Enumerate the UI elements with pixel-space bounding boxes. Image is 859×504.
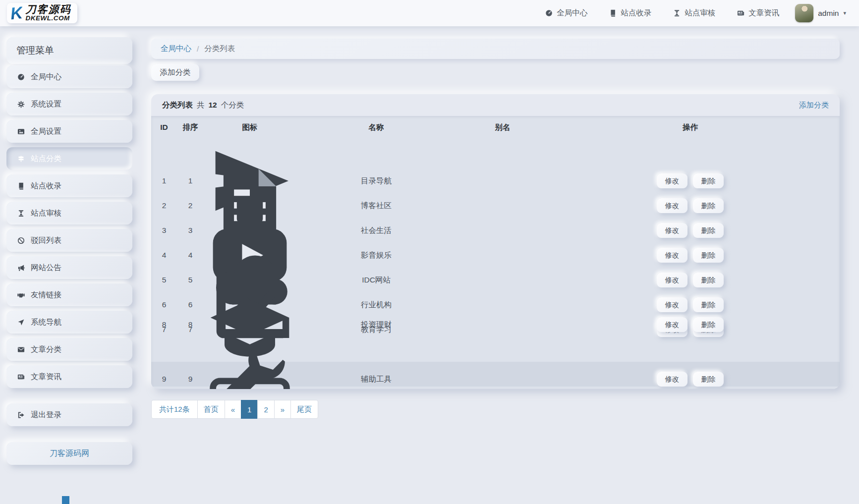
cell-name: 投资理财 [292,320,460,330]
row-actions: 修改删除 [545,173,836,188]
cell-id: 6 [155,300,173,309]
delete-button[interactable]: 删除 [693,273,724,287]
sidebar-item-label: 文章资讯 [31,372,61,382]
sidebar-item-label: 站点收录 [31,181,61,191]
delete-button[interactable]: 删除 [693,248,724,263]
delete-button[interactable]: 删除 [693,223,724,238]
sidebar-item-rejected-list[interactable]: 驳回列表 [6,229,132,252]
sidebar-item-site-included[interactable]: 站点收录 [6,174,132,197]
sidebar-item-label: 全局中心 [31,72,61,82]
caret-down-icon: ▾ [843,10,846,16]
cell-name: 影音娱乐 [292,250,460,261]
delete-button[interactable]: 删除 [693,198,724,213]
sidebar-item-site-review[interactable]: 站点审核 [6,202,132,224]
sidebar-item-site-announcement[interactable]: 网站公告 [6,256,132,279]
category-panel: 分类列表共12个分类 添加分类 ID排序图标名称别名操作 11目录导航修改删除2… [151,94,840,389]
header-nav-site-included[interactable]: 站点收录 [609,8,651,18]
cell-name: 目录导航 [292,176,460,186]
column-header: 操作 [545,122,836,133]
sidebar-item-label: 友情链接 [31,290,61,300]
sidebar-item-label: 系统设置 [31,99,61,110]
sidebar-item-label: 站点审核 [31,208,61,219]
cell-order: 9 [173,375,208,384]
header-nav-article-news[interactable]: 文章资讯 [737,8,779,18]
column-header: ID [155,123,173,132]
cell-order: 1 [173,176,208,185]
row-actions: 修改删除 [545,273,836,287]
site-footer-link[interactable]: 刀客源码网 [6,442,132,465]
sidebar-item-system-navigation[interactable]: 系统导航 [6,311,132,334]
pagination-next[interactable]: » [274,400,291,419]
add-category-link[interactable]: 添加分类 [799,101,829,110]
add-category-button[interactable]: 添加分类 [151,64,199,81]
cell-id: 5 [155,276,173,284]
category-table: ID排序图标名称别名操作 11目录导航修改删除22博客社区修改删除33社会生活修… [151,116,840,389]
sidebar-item-friend-links[interactable]: 友情链接 [6,283,132,306]
panel-count-suffix: 个分类 [221,101,244,109]
dashboard-icon [16,73,25,81]
cell-name: 社会生活 [292,225,460,236]
sidebar-item-system-settings[interactable]: 系统设置 [6,93,132,115]
sidebar-item-global-center[interactable]: 全局中心 [6,65,132,88]
delete-button[interactable]: 删除 [693,372,724,387]
yen-icon: ¥ [208,320,292,329]
site-footer-link-label: 刀客源码网 [50,448,89,459]
row-actions: 修改删除 [545,223,836,238]
delete-button[interactable]: 删除 [693,317,724,332]
panel-count: 12 [209,101,217,109]
cell-order: 3 [173,226,208,235]
delete-button[interactable]: 删除 [693,173,724,188]
delete-button[interactable]: 删除 [693,297,724,312]
breadcrumb-parent[interactable]: 全局中心 [161,44,191,54]
handshake-icon [16,291,25,299]
user-menu[interactable]: admin ▾ [795,4,846,22]
cell-order: 5 [173,276,208,284]
map-signs-icon [16,155,25,163]
header-nav: 全局中心站点收录站点审核文章资讯 [545,8,779,18]
sidebar: 管理菜单 全局中心系统设置全局设置站点分类站点收录站点审核驳回列表网站公告友情链… [6,37,132,465]
edit-button[interactable]: 修改 [657,372,687,387]
nav-label: 站点审核 [685,8,715,18]
sidebar-item-article-category[interactable]: 文章分类 [6,338,132,361]
edit-button[interactable]: 修改 [657,223,687,238]
pagination-first[interactable]: 首页 [197,400,225,419]
edit-button[interactable]: 修改 [657,297,687,312]
row-actions: 修改删除 [545,198,836,213]
column-header: 图标 [208,122,292,133]
image-icon [16,128,25,135]
pagination-prev[interactable]: « [225,400,241,419]
edit-button[interactable]: 修改 [657,248,687,263]
edit-button[interactable]: 修改 [657,173,687,188]
row-actions: 修改删除 [545,248,836,263]
pagination-page-2[interactable]: 2 [257,400,274,419]
bottom-left-blue-badge[interactable] [62,496,69,504]
sidebar-item-logout[interactable]: 退出登录 [6,403,132,426]
logo-text: 刀客源码 DKEWL.COM [26,3,71,22]
sidebar-item-global-settings[interactable]: 全局设置 [6,120,132,143]
header-nav-site-review[interactable]: 站点审核 [673,8,715,18]
sidebar-item-label: 驳回列表 [31,235,61,246]
sidebar-item-label: 全局设置 [31,126,61,137]
cell-id: 4 [155,251,173,260]
sidebar-item-label: 系统导航 [31,317,61,328]
top-header: K 刀客源码 DKEWL.COM 全局中心站点收录站点审核文章资讯 admin … [0,0,859,26]
table-body: 11目录导航修改删除22博客社区修改删除33社会生活修改删除44影音娱乐修改删除… [151,139,840,387]
pagination-page-1[interactable]: 1 [241,400,258,419]
cell-order: 2 [173,201,208,210]
hourglass-icon [673,9,681,17]
edit-button[interactable]: 修改 [657,198,687,213]
gear-icon [16,101,25,108]
sidebar-item-label: 站点分类 [31,154,61,164]
site-logo[interactable]: K 刀客源码 DKEWL.COM [7,3,77,23]
cell-id: 3 [155,226,173,235]
sidebar-item-site-category[interactable]: 站点分类 [6,147,132,170]
user-name: admin [818,9,839,18]
header-nav-global-center[interactable]: 全局中心 [545,8,587,18]
pagination-last[interactable]: 尾页 [290,400,318,419]
edit-button[interactable]: 修改 [657,317,687,332]
sidebar-title: 管理菜单 [6,37,132,64]
cell-order: 8 [173,320,208,329]
edit-button[interactable]: 修改 [657,273,687,287]
breadcrumb: 全局中心 / 分类列表 [151,39,840,59]
sidebar-item-article-news[interactable]: 文章资讯 [6,365,132,388]
